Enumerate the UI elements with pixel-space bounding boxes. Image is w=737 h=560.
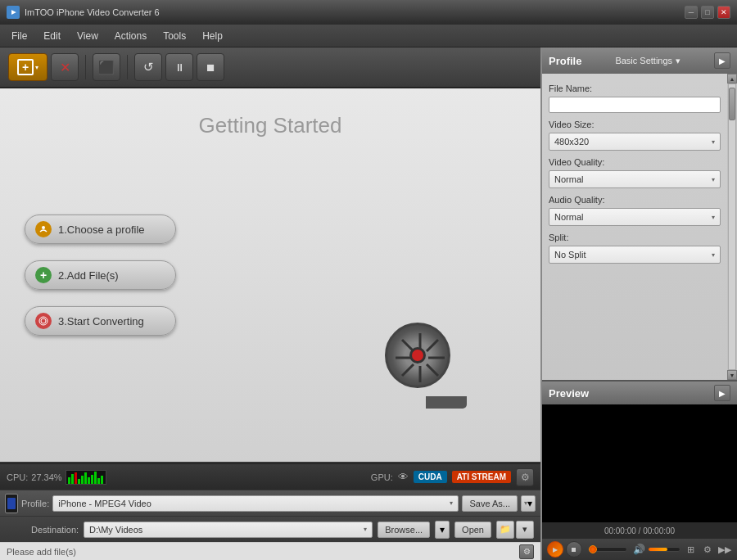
scroll-track[interactable]	[728, 84, 736, 370]
profile-settings-title: Profile	[549, 55, 581, 67]
preview-controls: ▶ ⏹ 🔊 ⊞ ⚙ ▶▶	[542, 539, 737, 560]
right-panel: Profile Basic Settings ▾ ▶ File Name: Vi…	[540, 47, 737, 560]
gpu-settings-button[interactable]: ⚙	[516, 468, 534, 486]
window-controls: ─ □ ✕	[685, 6, 730, 19]
menu-file[interactable]: File	[3, 27, 35, 45]
basic-settings-dropdown-icon: ▾	[676, 56, 680, 66]
status-settings-button[interactable]: ⚙	[519, 544, 534, 559]
split-arrow: ▾	[712, 251, 715, 259]
video-size-label: Video Size:	[549, 120, 721, 129]
cpu-value: 27.34%	[31, 472, 61, 482]
menu-actions[interactable]: Actions	[106, 27, 155, 45]
file-name-input[interactable]	[549, 97, 721, 113]
start-converting-button[interactable]: 3.Start Converting	[25, 306, 176, 336]
preview-panel: Preview ▶ 00:00:00 / 00:00:00 ▶ ⏹ 🔊 ⊞ ⚙ …	[542, 380, 737, 560]
save-as-label: Save As...	[469, 499, 510, 508]
film-reel-graphic	[385, 323, 459, 396]
stop-button[interactable]: ⏹	[197, 53, 224, 81]
start-converting-label: 3.Start Converting	[58, 315, 144, 327]
maximize-button[interactable]: □	[701, 6, 714, 19]
preview-progress-bar[interactable]	[588, 547, 627, 552]
steps-panel: 1.Choose a profile + 2.Add File(s) 3.Sta…	[25, 215, 176, 336]
choose-profile-button[interactable]: 1.Choose a profile	[25, 215, 176, 244]
preview-options-button[interactable]: ⚙	[700, 542, 715, 557]
browse-button[interactable]: Browse...	[378, 522, 430, 538]
preview-header: Preview ▶	[542, 382, 737, 404]
output-folder-button[interactable]: ⬛	[93, 53, 120, 81]
preview-expand-button[interactable]: ▶	[714, 385, 730, 401]
destination-dropdown-arrow: ▾	[364, 526, 367, 533]
preview-play-button[interactable]: ▶	[547, 541, 563, 558]
add-files-button[interactable]: + 2.Add File(s)	[25, 260, 176, 290]
cpu-display: CPU: 27.34%	[7, 470, 106, 485]
open-label: Open	[462, 525, 484, 535]
ati-badge[interactable]: ATI STREAM	[452, 471, 511, 483]
save-as-dropdown-button[interactable]: ▾ ▾	[521, 495, 536, 512]
refresh-button[interactable]: ↺	[134, 53, 162, 81]
svg-line-8	[427, 364, 438, 376]
video-size-value: 480x320	[554, 137, 589, 147]
convert-step-icon	[35, 313, 52, 329]
preview-stop-button[interactable]: ⏹	[566, 541, 582, 558]
destination-dropdown[interactable]: D:\My Videos ▾	[84, 522, 373, 538]
split-value: No Split	[554, 250, 586, 260]
minimize-button[interactable]: ─	[685, 6, 698, 19]
video-quality-value: Normal	[554, 174, 583, 184]
video-size-dropdown[interactable]: 480x320 ▾	[549, 133, 721, 151]
svg-line-9	[427, 340, 438, 351]
menu-edit[interactable]: Edit	[35, 27, 69, 45]
svg-point-2	[41, 318, 46, 323]
save-as-button[interactable]: Save As...	[462, 495, 518, 512]
remove-button[interactable]: ✕	[51, 53, 79, 81]
profile-dropdown[interactable]: iPhone - MPEG4 Video ▾	[52, 495, 459, 512]
audio-quality-value: Normal	[554, 212, 583, 222]
basic-settings-button[interactable]: Basic Settings ▾	[615, 56, 680, 66]
scroll-down-button[interactable]: ▼	[727, 370, 737, 380]
status-text-row: Please add file(s) ⚙	[0, 542, 540, 560]
destination-value: D:\My Videos	[89, 525, 142, 535]
status-bar: CPU: 27.34%	[0, 463, 540, 490]
scroll-up-button[interactable]: ▲	[727, 74, 737, 84]
gpu-label: GPU:	[371, 472, 393, 482]
svg-line-7	[402, 340, 414, 351]
menu-bar: File Edit View Actions Tools Help	[0, 25, 737, 47]
settings-scrollbar[interactable]: ▲ ▼	[727, 74, 737, 380]
main-container: + ▾ ✕ ⬛ ↺ ⏸ ⏹ Getting Started 1.Choose a…	[0, 47, 737, 560]
toolbar-separator-2	[127, 55, 128, 79]
cuda-badge[interactable]: CUDA	[414, 471, 447, 483]
dest-folder-icon-button[interactable]: 📁	[496, 521, 514, 539]
menu-view[interactable]: View	[69, 27, 106, 45]
settings-area: File Name: Video Size: 480x320 ▾ Video Q…	[542, 74, 737, 380]
destination-row: Destination: D:\My Videos ▾ Browse... ▾ …	[0, 516, 540, 542]
cpu-label: CPU:	[7, 472, 28, 482]
split-dropdown[interactable]: No Split ▾	[549, 246, 721, 264]
svg-line-10	[402, 364, 414, 376]
profile-expand-button[interactable]: ▶	[714, 52, 730, 69]
profile-selection-row: Profile: iPhone - MPEG4 Video ▾ Save As.…	[0, 490, 540, 516]
video-quality-label: Video Quality:	[549, 157, 721, 167]
audio-quality-dropdown[interactable]: Normal ▾	[549, 208, 721, 226]
add-file-button[interactable]: + ▾	[8, 53, 47, 81]
open-button[interactable]: Open	[454, 522, 491, 538]
volume-slider[interactable]	[648, 547, 680, 552]
profile-value: iPhone - MPEG4 Video	[58, 499, 151, 508]
toolbar-separator-1	[85, 55, 86, 79]
preview-screenshot-button[interactable]: ⊞	[683, 542, 698, 557]
close-button[interactable]: ✕	[717, 6, 730, 19]
menu-tools[interactable]: Tools	[155, 27, 194, 45]
scroll-thumb[interactable]	[729, 88, 735, 120]
gpu-display: GPU: 👁 CUDA ATI STREAM ⚙	[371, 468, 534, 486]
left-panel: + ▾ ✕ ⬛ ↺ ⏸ ⏹ Getting Started 1.Choose a…	[0, 47, 540, 560]
preview-progress-thumb[interactable]	[589, 545, 597, 553]
menu-help[interactable]: Help	[194, 27, 231, 45]
title-bar: ▶ ImTOO iPhone Video Converter 6 ─ □ ✕	[0, 0, 737, 25]
pause-button[interactable]: ⏸	[165, 53, 193, 81]
dest-down-arrow-button[interactable]: ▾	[516, 521, 534, 539]
video-quality-dropdown[interactable]: Normal ▾	[549, 170, 721, 188]
destination-label: Destination:	[31, 525, 79, 535]
content-area: Getting Started 1.Choose a profile + 2.A…	[0, 88, 540, 462]
save-dropdown-arrow: ▾	[524, 499, 527, 507]
browse-dropdown-button[interactable]: ▾	[435, 521, 450, 539]
preview-more-button[interactable]: ▶▶	[717, 542, 732, 557]
split-label: Split:	[549, 233, 721, 242]
